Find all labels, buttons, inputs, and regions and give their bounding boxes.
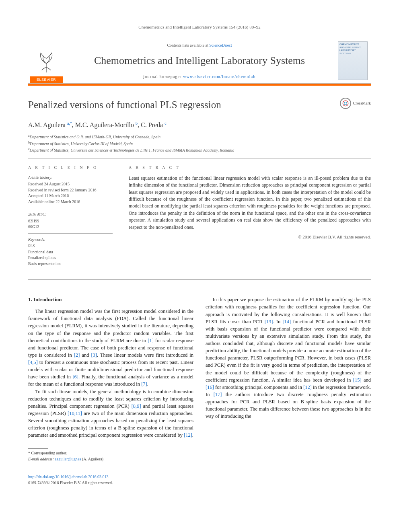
crossmark-label: CrossMark [353, 101, 371, 107]
cover-line: SYSTEMS [339, 52, 366, 55]
corresponding-author-note: * Corresponding author. [28, 450, 193, 456]
elsevier-tree-icon [33, 47, 60, 75]
citation-link[interactable]: [6] [72, 374, 78, 380]
contents-list-line: Contents lists available at ScienceDirec… [68, 43, 331, 49]
abstract-heading: A B S T R A C T [129, 165, 371, 171]
journal-reference: Chemometrics and Intelligent Laboratory … [28, 24, 371, 31]
journal-cover-thumb: CHEMOMETRICS AND INTELLIGENT LABORATORY … [335, 38, 371, 83]
footnote-separator [28, 448, 48, 449]
citation-link[interactable]: [15] [353, 377, 362, 383]
keywords-label: Keywords: [28, 237, 113, 243]
cover-line: AND INTELLIGENT [339, 46, 366, 49]
citation-link[interactable]: [3] [91, 352, 97, 358]
body-paragraph: To fit such linear models, the general m… [28, 388, 193, 439]
abstract-copyright: © 2016 Elsevier B.V. All rights reserved… [129, 234, 371, 240]
citation-link[interactable]: [7] [141, 381, 147, 387]
publisher-label: ELSEVIER [30, 76, 63, 83]
contents-prefix: Contents lists available at [167, 43, 209, 47]
masthead: ELSEVIER Contents lists available at Sci… [28, 38, 371, 84]
citation-link[interactable]: [8,9] [132, 403, 141, 409]
email-label: E-mail address: [28, 457, 54, 461]
history-item: Available online 22 March 2016 [28, 199, 113, 205]
crossmark-badge[interactable]: CrossMark [340, 98, 371, 109]
citation-link[interactable]: [13] [265, 319, 273, 325]
history-item: Accepted 11 March 2016 [28, 193, 113, 199]
citation-link[interactable]: [4,5] [28, 359, 38, 365]
body-columns: 1. Introduction The linear regression mo… [28, 296, 371, 462]
issn-copyright: 0169-7439/© 2016 Elsevier B.V. All right… [28, 481, 113, 485]
affiliations: aDepartment of Statistics and O.R. and I… [28, 134, 371, 153]
article-info-column: A R T I C L E I N F O Article history: R… [28, 165, 113, 273]
svg-point-0 [343, 101, 348, 106]
history-label: Article history: [28, 175, 113, 181]
msc-label: 2010 MSC: [28, 212, 113, 218]
body-paragraph: In this paper we propose the estimation … [206, 296, 371, 420]
journal-homepage-line: journal homepage: www.elsevier.com/locat… [68, 74, 331, 80]
body-paragraph: The linear regression model was the firs… [28, 308, 193, 388]
citation-link[interactable]: [10,11] [68, 411, 82, 416]
abstract-text: Least squares estimation of the function… [129, 175, 371, 231]
citation-link[interactable]: [12] [184, 432, 192, 438]
svg-point-1 [344, 102, 347, 105]
doi-link[interactable]: http://dx.doi.org/10.1016/j.chemolab.201… [28, 474, 109, 479]
history-item: Received in revised form 22 January 2016 [28, 187, 113, 193]
keyword-item: PLS [28, 243, 113, 249]
orange-accent-bar [28, 84, 371, 86]
article-info-heading: A R T I C L E I N F O [28, 165, 113, 171]
publisher-block: ELSEVIER [28, 38, 64, 83]
msc-item: 60G12 [28, 224, 113, 230]
keyword-item: Functional data [28, 249, 113, 255]
citation-link[interactable]: [12] [303, 384, 312, 390]
citation-link[interactable]: [14] [282, 319, 291, 325]
keywords-block: Keywords: PLS Functional data Penalized … [28, 237, 113, 270]
crossmark-icon [340, 98, 351, 109]
section-heading-intro: 1. Introduction [28, 296, 193, 304]
footnotes: * Corresponding author. E-mail address: … [28, 450, 193, 462]
journal-name: Chemometrics and Intelligent Laboratory … [68, 53, 331, 68]
article-title: Penalized versions of functional PLS reg… [28, 98, 221, 112]
sciencedirect-link[interactable]: ScienceDirect [209, 43, 232, 47]
citation-link[interactable]: [2] [74, 352, 80, 358]
email-line: E-mail address: aaguiler@ugr.es (A. Agui… [28, 456, 193, 462]
email-attribution: (A. Aguilera). [82, 457, 105, 461]
citation-link[interactable]: [16] [206, 384, 214, 390]
cover-line: LABORATORY [339, 49, 366, 52]
article-history-block: Article history: Received 24 August 2015… [28, 175, 113, 209]
homepage-prefix: journal homepage: [143, 74, 183, 79]
authors-line: A.M. Aguilera a,*, M.C. Aguilera-Morillo… [28, 120, 371, 129]
msc-block: 2010 MSC: 62H99 60G12 [28, 212, 113, 234]
keyword-item: Basis representation [28, 261, 113, 267]
keyword-item: Penalized splines [28, 255, 113, 261]
citation-link[interactable]: [1] [148, 338, 154, 343]
abstract-column: A B S T R A C T Least squares estimation… [129, 165, 371, 273]
corresponding-email-link[interactable]: aaguiler@ugr.es [55, 457, 81, 461]
journal-homepage-link[interactable]: www.elsevier.com/locate/chemolab [183, 74, 255, 79]
history-item: Received 24 August 2015 [28, 181, 113, 187]
citation-link[interactable]: [17] [214, 392, 222, 397]
cover-line: CHEMOMETRICS [339, 43, 366, 46]
msc-item: 62H99 [28, 218, 113, 224]
footer-block: http://dx.doi.org/10.1016/j.chemolab.201… [28, 474, 371, 486]
